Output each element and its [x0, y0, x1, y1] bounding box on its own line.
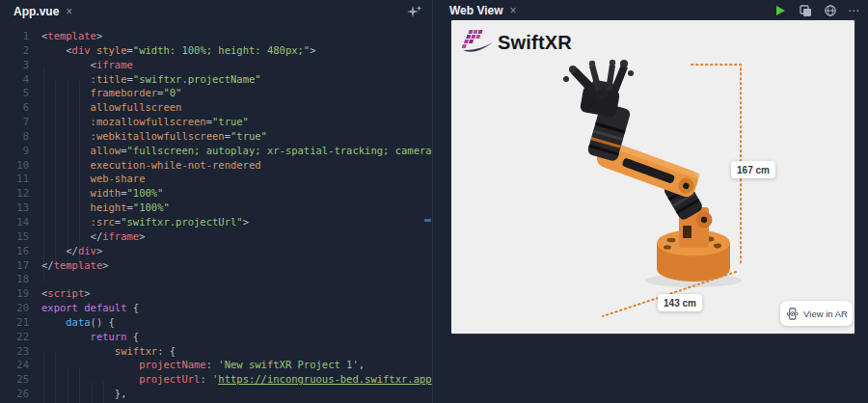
- code-editor-pane: App.vue × 1<template>2 <div style="width…: [0, 0, 433, 403]
- line-number: 21: [0, 315, 29, 330]
- code-line[interactable]: 3 <iframe: [0, 58, 432, 72]
- code-line[interactable]: 15 </iframe>: [0, 229, 432, 244]
- code-lines: 1<template>2 <div style="width: 100%; he…: [0, 29, 432, 401]
- indent-guide: [79, 367, 80, 403]
- more-icon[interactable]: ⋯: [848, 5, 860, 16]
- line-number: 25: [0, 372, 29, 387]
- tab-web-view-label: Web View: [449, 4, 503, 17]
- height-measurement-label: 167 cm: [731, 161, 775, 178]
- web-view-pane: Web View × ⋯: [434, 0, 868, 403]
- line-number: 24: [0, 358, 29, 372]
- line-number: 19: [0, 286, 29, 301]
- line-number: 18: [0, 272, 29, 286]
- line-number: 16: [0, 244, 29, 258]
- view-in-ar-label: View in AR: [803, 309, 848, 319]
- swiftxr-logo: SwiftXR: [461, 28, 572, 57]
- tab-app-vue-label: App.vue: [14, 5, 59, 18]
- line-number: 15: [0, 229, 29, 244]
- code-line[interactable]: 19<script>: [0, 286, 432, 301]
- editor-tabbar: App.vue ×: [0, 0, 432, 23]
- tab-web-view[interactable]: Web View ×: [446, 2, 521, 19]
- scroll-marker: [424, 219, 431, 222]
- line-number: 4: [0, 72, 29, 87]
- swiftxr-logo-text: SwiftXR: [498, 32, 572, 54]
- line-number: 20: [0, 301, 29, 315]
- line-number: 13: [0, 201, 29, 215]
- indent-guide: [103, 382, 104, 403]
- line-number: 10: [0, 158, 29, 173]
- code-line[interactable]: 14 :src="swiftxr.projectUrl">: [0, 215, 432, 229]
- code-line[interactable]: 20export default {: [0, 301, 432, 315]
- code-line[interactable]: 24 projectName: 'New swiftXR Project 1',: [0, 358, 432, 372]
- code-line[interactable]: 13 height="100%": [0, 201, 432, 215]
- close-icon[interactable]: ×: [510, 5, 517, 16]
- globe-refresh-icon[interactable]: [823, 3, 838, 18]
- webview-actions: ⋯: [773, 3, 860, 18]
- line-number: 23: [0, 344, 29, 359]
- line-number: 22: [0, 330, 29, 344]
- code-line[interactable]: 17</template>: [0, 258, 432, 273]
- line-number: 6: [0, 100, 29, 115]
- code-line[interactable]: 2 <div style="width: 100%; height: 480px…: [0, 43, 432, 58]
- tab-app-vue[interactable]: App.vue ×: [10, 3, 76, 20]
- code-line[interactable]: 18: [0, 272, 432, 286]
- line-number: 3: [0, 58, 29, 72]
- indent-guide: [43, 67, 44, 282]
- ar-phone-icon: [785, 307, 800, 321]
- indent-guide: [43, 353, 44, 403]
- code-line[interactable]: 8 :webkitallowfullscreen="true": [0, 129, 432, 144]
- line-number: 1: [0, 29, 29, 43]
- code-line[interactable]: 4 :title="swiftxr.projectName": [0, 72, 432, 87]
- line-number: 12: [0, 186, 29, 201]
- view-in-ar-button[interactable]: View in AR: [780, 301, 853, 326]
- code-line[interactable]: 7 :mozallowfullscreen="true": [0, 115, 432, 129]
- webview-tabbar: Web View × ⋯: [434, 0, 868, 20]
- indent-guide: [92, 382, 93, 403]
- code-line[interactable]: 1<template>: [0, 29, 432, 43]
- code-line[interactable]: 22 return {: [0, 330, 432, 344]
- swiftxr-3d-viewer-canvas[interactable]: SwiftXR 167 cm 143 cm View in AR: [451, 20, 854, 334]
- line-number: 9: [0, 144, 29, 158]
- code-line[interactable]: 11 web-share: [0, 172, 432, 186]
- code-line[interactable]: 5 frameborder="0": [0, 86, 432, 100]
- code-editor[interactable]: 1<template>2 <div style="width: 100%; he…: [0, 23, 432, 403]
- line-number: 11: [0, 172, 29, 186]
- line-number: 17: [0, 258, 29, 273]
- indent-guide: [68, 367, 68, 403]
- code-line[interactable]: 26 },: [0, 387, 432, 401]
- indent-guide: [55, 81, 56, 267]
- line-number: 2: [0, 43, 29, 58]
- indent-guide: [55, 353, 56, 403]
- line-number: 26: [0, 387, 29, 401]
- code-line[interactable]: 9 allow="fullscreen; autoplay; xr-spatia…: [0, 144, 432, 158]
- width-measurement-label: 143 cm: [658, 294, 702, 311]
- indent-guide: [68, 81, 68, 267]
- ai-sparkle-icon[interactable]: [407, 4, 422, 19]
- code-line[interactable]: 23 swiftxr: {: [0, 344, 432, 359]
- line-number: 8: [0, 129, 29, 144]
- code-line[interactable]: 21 data() {: [0, 315, 432, 330]
- line-number: 14: [0, 215, 29, 229]
- robot-arm-3d-model: [451, 20, 854, 334]
- copy-pages-icon[interactable]: [798, 3, 813, 18]
- code-line[interactable]: 10 execution-while-not-rendered: [0, 158, 432, 173]
- line-number: 7: [0, 115, 29, 129]
- line-number: 5: [0, 86, 29, 100]
- swiftxr-logo-icon: [461, 28, 494, 57]
- close-icon[interactable]: ×: [66, 6, 72, 17]
- code-line[interactable]: 25 projectUrl: 'https://incongruous-bed.…: [0, 372, 432, 387]
- code-line[interactable]: 12 width="100%": [0, 186, 432, 201]
- run-icon[interactable]: [773, 3, 788, 18]
- indent-guide: [79, 81, 80, 267]
- code-line[interactable]: 16 </div>: [0, 244, 432, 258]
- code-line[interactable]: 6 allowfullscreen: [0, 100, 432, 115]
